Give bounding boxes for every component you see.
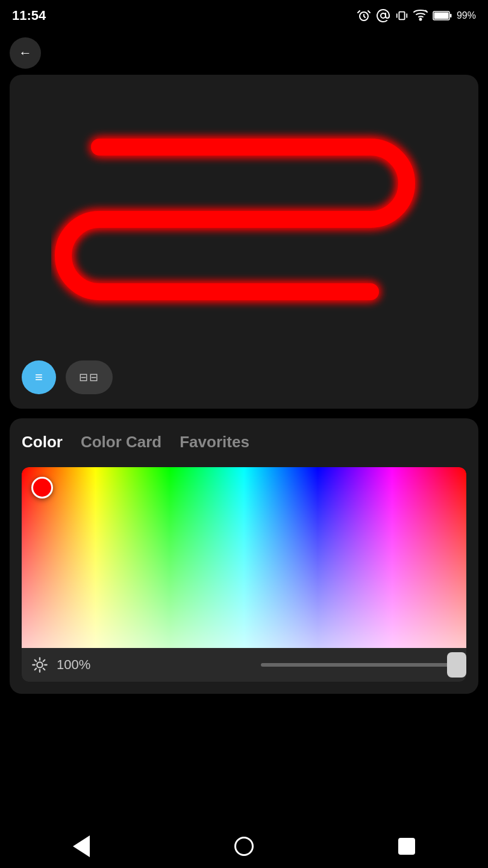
- color-gradient-svg: [22, 467, 466, 648]
- brightness-slider[interactable]: [261, 663, 457, 667]
- svg-rect-9: [22, 467, 466, 648]
- at-icon: [376, 8, 390, 23]
- back-nav-button[interactable]: [63, 828, 99, 864]
- color-picker-area[interactable]: 100%: [22, 467, 466, 682]
- svg-line-15: [35, 660, 36, 661]
- mode-buttons: ≡ ⊟⊟: [22, 360, 113, 394]
- color-panel: Color Color Card Favorites: [10, 418, 478, 694]
- svg-point-3: [419, 19, 421, 20]
- brightness-row: 100%: [22, 648, 466, 682]
- home-circle-icon: [234, 837, 254, 856]
- svg-rect-2: [399, 12, 404, 20]
- svg-line-17: [35, 668, 36, 670]
- wifi-icon: [413, 8, 428, 23]
- color-selector-dot[interactable]: [31, 477, 53, 498]
- svg-rect-7: [450, 14, 452, 17]
- home-nav-button[interactable]: [226, 828, 262, 864]
- svg-line-18: [43, 660, 45, 661]
- preview-card: ≡ ⊟⊟: [10, 75, 478, 409]
- status-icons: 99%: [357, 8, 476, 23]
- sun-icon: [31, 656, 48, 673]
- bottom-nav: [0, 825, 488, 868]
- svg-point-10: [37, 662, 42, 667]
- battery-icon: [433, 10, 452, 22]
- recents-nav-button[interactable]: [389, 828, 425, 864]
- battery-text: 99%: [457, 10, 476, 21]
- tabs: Color Color Card Favorites: [22, 433, 466, 455]
- svg-rect-6: [434, 13, 448, 19]
- alarm-icon: [357, 8, 371, 23]
- vibrate-icon: [395, 9, 408, 22]
- mode-button-1[interactable]: ≡: [22, 360, 56, 394]
- brightness-value: 100%: [57, 657, 252, 673]
- status-bar: 11:54 99%: [0, 0, 488, 31]
- top-nav: ←: [0, 31, 488, 75]
- svg-line-4: [425, 10, 427, 12]
- back-arrow-icon: ←: [19, 45, 32, 61]
- led-canvas: [22, 93, 466, 346]
- back-triangle-icon: [73, 835, 90, 857]
- tab-color[interactable]: Color: [22, 433, 63, 455]
- tab-favorites[interactable]: Favorites: [180, 433, 249, 455]
- brightness-thumb[interactable]: [447, 652, 466, 678]
- led-snake-display: [51, 105, 437, 334]
- mode-2-icon: ⊟⊟: [79, 371, 99, 384]
- color-gradient[interactable]: [22, 467, 466, 648]
- back-button[interactable]: ←: [10, 37, 41, 69]
- svg-line-16: [43, 668, 45, 670]
- main-content: ≡ ⊟⊟ Color Color Card Favorites: [0, 75, 488, 694]
- mode-button-2[interactable]: ⊟⊟: [66, 360, 113, 394]
- svg-point-1: [381, 13, 386, 18]
- status-time: 11:54: [12, 8, 46, 24]
- tab-color-card[interactable]: Color Card: [81, 433, 161, 455]
- recents-square-icon: [398, 838, 415, 855]
- mode-1-icon: ≡: [35, 370, 43, 385]
